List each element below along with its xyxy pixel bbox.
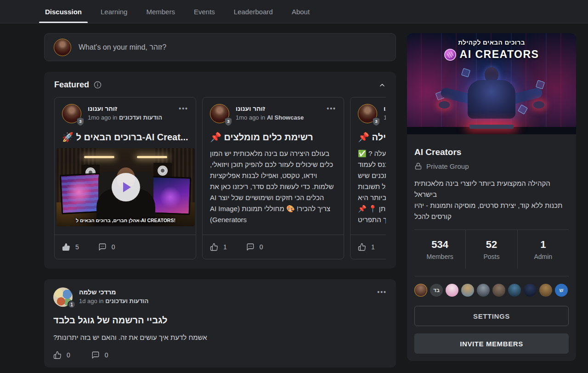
like-button[interactable]: 0 — [53, 351, 70, 359]
post-menu-icon[interactable]: ••• — [327, 105, 336, 112]
body-line: היכנס לעמוד — [358, 159, 386, 170]
thumbs-up-icon — [53, 351, 62, 359]
post-meta: 1mo ago in הודעות ועדכונים — [88, 114, 162, 121]
author-name[interactable]: זוהר וענונו — [88, 105, 162, 112]
post-meta: 1d ago in הודעות ועדכונים — [79, 298, 148, 304]
featured-section: Featured 3 — [44, 72, 396, 269]
tab-leaderboard[interactable]: Leaderboard — [233, 0, 274, 23]
cover-brand-text: AI CREATORS — [460, 48, 539, 61]
featured-title: Featured — [54, 80, 89, 90]
sidebar: ברוכים הבאים לקהילת AI CREATORS AI Creat… — [407, 33, 576, 373]
category-link[interactable]: הודעות ועדכונים — [105, 298, 148, 304]
member-avatar-initials[interactable]: בד — [430, 284, 443, 297]
stat-posts: 52 Posts — [465, 230, 517, 269]
featured-post-card[interactable]: 3 זוהר וענונו 1mo ago in AI Showcase •••… — [202, 97, 344, 259]
level-badge: 3 — [224, 117, 232, 126]
like-button[interactable]: 1 — [210, 243, 227, 251]
body-line: ✅ ? למעלה — [358, 148, 386, 159]
member-avatar[interactable] — [414, 284, 427, 297]
comment-count: 0 — [112, 243, 115, 251]
invite-members-button[interactable]: INVITE MEMBERS — [414, 333, 569, 354]
author-row: 3 זוהר וענונו 1mo ago in AI Showcase ••• — [210, 104, 336, 124]
member-avatar[interactable] — [524, 284, 537, 297]
engagement-bar: 1 0 — [203, 235, 344, 259]
glowing-keyboard — [469, 125, 514, 129]
member-avatar[interactable] — [492, 284, 505, 297]
feed-post[interactable]: 1 מרדכי שלמה 1d ago in הודעות ועדכונים •… — [44, 279, 396, 367]
category-link[interactable]: הודעות ועדכונים — [119, 114, 162, 121]
privacy-row: Private Group — [414, 162, 569, 170]
member-avatar[interactable] — [477, 284, 490, 297]
post-composer[interactable]: What's on your mind, זוהר? — [44, 33, 396, 61]
comment-button[interactable]: 0 — [98, 243, 115, 251]
current-user-avatar[interactable] — [54, 39, 71, 56]
like-button[interactable]: 5 — [62, 243, 79, 251]
post-title[interactable]: 📌 רשימת כלים מומלצים — [210, 132, 336, 143]
comment-icon — [246, 243, 254, 251]
author-row: 3 זוהר וענונו 1mo ago in הודעות ועדכונים… — [62, 104, 188, 124]
main-column: What's on your mind, זוהר? Featured — [44, 33, 396, 367]
play-button-icon[interactable] — [112, 173, 140, 201]
monitor-screen — [150, 176, 192, 215]
post-menu-icon[interactable]: ••• — [179, 105, 188, 112]
author-name[interactable]: זוהר וענונו — [384, 105, 386, 112]
member-avatar-row: בדש — [414, 284, 569, 297]
body-line: 📌 📍 ניתן — [358, 203, 386, 214]
level-badge: 1 — [68, 300, 76, 309]
studio-light — [84, 156, 114, 158]
like-count: 1 — [371, 243, 375, 251]
info-icon[interactable] — [94, 81, 102, 89]
member-avatar[interactable] — [539, 284, 552, 297]
engagement-bar: 0 0 — [53, 351, 387, 359]
featured-carousel: 3 זוהר וענונו 1mo ago in הודעות ועדכונים… — [54, 97, 386, 259]
author-name[interactable]: מרדכי שלמה — [79, 288, 148, 296]
group-name: AI Creators — [414, 147, 569, 157]
post-title[interactable]: 🚀 ברוכים הבאים ל-AI Creat... — [62, 132, 188, 143]
post-menu-icon[interactable]: ••• — [377, 288, 387, 296]
engagement-bar: 1 — [351, 235, 386, 259]
tab-learning[interactable]: Learning — [100, 0, 128, 23]
post-meta: 1mo ago in — [384, 114, 386, 121]
featured-post-card[interactable]: 3 זוהר וענונו 1mo ago in 📌 קהילה ✅ ? למע… — [350, 97, 386, 259]
tab-about[interactable]: About — [291, 0, 311, 23]
category-link[interactable]: AI Showcase — [267, 114, 304, 121]
body-line: בה ביותר היא — [358, 192, 386, 203]
post-title[interactable]: 📌 קהילה — [358, 132, 386, 143]
svg-text:3: 3 — [79, 119, 81, 124]
featured-header: Featured — [54, 80, 386, 90]
level-badge: 3 — [372, 117, 380, 126]
level-badge: 3 — [76, 117, 85, 126]
like-count: 0 — [67, 351, 70, 359]
video-thumbnail[interactable]: אהלן חברים, ברוכים הבאים ל-AI CREATORS! — [57, 148, 195, 226]
settings-button[interactable]: SETTINGS — [414, 306, 569, 326]
body-line: דרך התפריט — [358, 214, 386, 225]
member-avatar[interactable] — [446, 284, 458, 297]
author-row: 1 מרדכי שלמה 1d ago in הודעות ועדכונים •… — [53, 287, 387, 308]
member-avatar-initials[interactable]: ש — [555, 284, 568, 297]
featured-post-card[interactable]: 3 זוהר וענונו 1mo ago in הודעות ועדכונים… — [54, 97, 196, 259]
divider — [414, 276, 569, 276]
tab-members[interactable]: Members — [145, 0, 176, 23]
comment-button[interactable]: 0 — [246, 243, 263, 251]
lock-icon — [414, 162, 422, 170]
member-avatar[interactable] — [508, 284, 521, 297]
privacy-label: Private Group — [426, 162, 469, 170]
community-top-nav: Discussion Learning Members Events Leade… — [0, 0, 588, 23]
tab-events[interactable]: Events — [193, 0, 216, 23]
composer-prompt[interactable]: What's on your mind, זוהר? — [79, 43, 166, 52]
cover-welcome-text: ברוכים הבאים לקהילת — [407, 39, 576, 46]
studio-light — [137, 156, 167, 158]
like-button[interactable]: 1 — [358, 243, 375, 251]
member-avatar[interactable] — [461, 284, 474, 297]
chevron-up-icon[interactable] — [379, 81, 386, 89]
page-content: What's on your mind, זוהר? Featured — [0, 23, 588, 373]
group-info-card: ברוכים הבאים לקהילת AI CREATORS AI Creat… — [407, 33, 576, 361]
tab-discussion[interactable]: Discussion — [44, 0, 83, 23]
author-name[interactable]: זוהר וענונו — [236, 105, 304, 112]
comment-button[interactable]: 0 — [91, 351, 108, 359]
brain-logo-icon — [444, 49, 456, 61]
thumbs-up-icon — [62, 243, 70, 251]
post-title[interactable]: לגביי הרשמה של גוגל בלבד — [53, 315, 387, 326]
post-body: אשמח לדעת איך עושים את זה. והאם יש בזה י… — [53, 332, 387, 343]
comment-icon — [98, 243, 107, 251]
